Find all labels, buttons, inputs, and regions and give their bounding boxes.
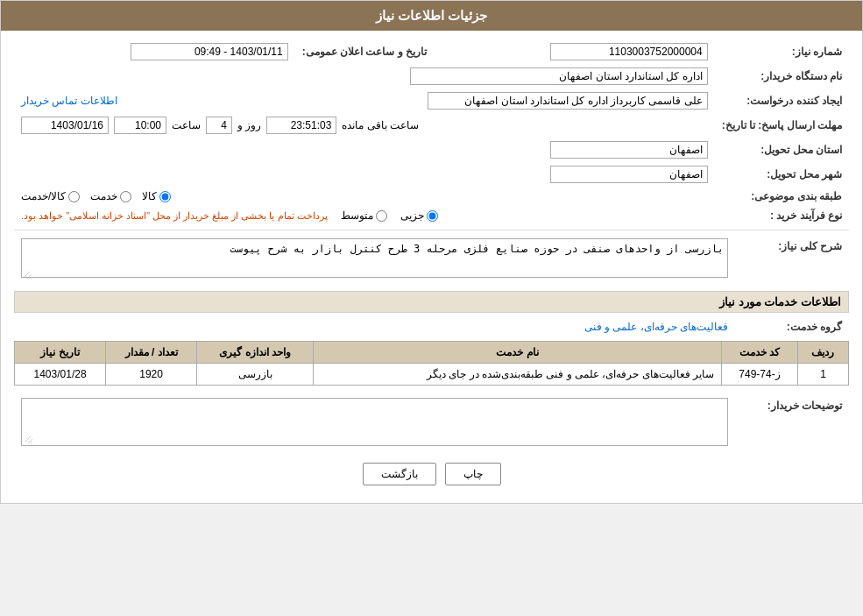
remaining-input[interactable] <box>266 117 336 134</box>
page-header: جزئیات اطلاعات نیاز <box>1 1 862 31</box>
category-kala-khadamat-radio[interactable] <box>68 191 80 202</box>
purchase-note: پرداخت تمام یا بخشی از مبلغ خریدار از مح… <box>21 210 328 222</box>
buyer-notes-label: توضیحات خریدار: <box>735 394 849 450</box>
col-row-num: ردیف <box>797 342 848 364</box>
page-title: جزئیات اطلاعات نیاز <box>376 8 487 23</box>
services-table-head: ردیف کد خدمت نام خدمت واحد اندازه گیری ت… <box>15 342 849 364</box>
services-table-body: 1 ز-74-749 سایر فعالیت‌های حرفه‌ای، علمی… <box>15 364 849 386</box>
services-section-title: اطلاعات خدمات مورد نیاز <box>14 291 849 313</box>
print-button[interactable]: چاپ <box>445 463 501 485</box>
cell-row-num: 1 <box>797 364 848 386</box>
row-need-desc: شرح کلی نیاز: بازرسی از واحدهای صنفی در … <box>14 235 849 284</box>
time-input[interactable] <box>114 117 166 134</box>
purchase-mutavasset-radio[interactable] <box>376 210 387 222</box>
divider-1 <box>14 230 849 230</box>
need-desc-label: شرح کلی نیاز: <box>735 235 849 284</box>
col-unit: واحد اندازه گیری <box>197 342 314 364</box>
category-khadamat-label: خدمت <box>90 190 117 202</box>
page-wrapper: جزئیات اطلاعات نیاز شماره نیاز: تاریخ و … <box>0 0 863 504</box>
cell-service-code: ز-74-749 <box>722 364 798 386</box>
service-group-link[interactable]: فعالیت‌های حرفه‌ای، علمی و فنی <box>584 321 728 333</box>
row-need-number: شماره نیاز: تاریخ و ساعت اعلان عمومی: <box>14 39 849 64</box>
col-service-code: کد خدمت <box>722 342 798 364</box>
buyer-org-input[interactable] <box>410 67 708 85</box>
services-table: ردیف کد خدمت نام خدمت واحد اندازه گیری ت… <box>14 341 849 386</box>
category-label: طبقه بندی موضوعی: <box>715 187 849 206</box>
creator-input[interactable] <box>428 92 708 110</box>
province-input[interactable] <box>550 141 708 159</box>
city-label: شهر محل تحویل: <box>715 162 849 187</box>
purchase-jozei-label: جزیی <box>400 209 424 222</box>
row-creator: ایجاد کننده درخواست: اطلاعات تماس خریدار <box>14 89 849 113</box>
info-table: شماره نیاز: تاریخ و ساعت اعلان عمومی: نا… <box>14 39 849 225</box>
cell-unit: بازرسی <box>197 364 314 386</box>
remaining-label: ساعت باقی مانده <box>342 119 419 131</box>
city-input[interactable] <box>550 166 708 183</box>
need-desc-table: شرح کلی نیاز: بازرسی از واحدهای صنفی در … <box>14 235 849 284</box>
province-label: استان محل تحویل: <box>715 138 849 162</box>
cell-service-name: سایر فعالیت‌های حرفه‌ای، علمی و فنی طبقه… <box>314 364 722 386</box>
services-header-row: ردیف کد خدمت نام خدمت واحد اندازه گیری ت… <box>15 342 849 364</box>
row-buyer-org: نام دستگاه خریدار: <box>14 64 849 89</box>
col-quantity: تعداد / مقدار <box>106 342 197 364</box>
row-purchase-type: نوع فرآیند خرید : پرداخت تمام یا بخشی از… <box>14 206 849 225</box>
col-date: تاریخ نیاز <box>15 342 106 364</box>
days-input[interactable] <box>206 117 232 134</box>
deadline-label: مهلت ارسال پاسخ: تا تاریخ: <box>715 113 849 138</box>
announce-date-label: تاریخ و ساعت اعلان عمومی: <box>295 39 434 64</box>
cell-quantity: 1920 <box>106 364 197 386</box>
row-province: استان محل تحویل: <box>14 138 849 162</box>
purchase-type-label: نوع فرآیند خرید : <box>715 206 849 225</box>
row-service-group: گروه خدمت: فعالیت‌های حرفه‌ای، علمی و فن… <box>14 317 849 336</box>
purchase-mutavasset-label: متوسط <box>341 209 373 222</box>
cell-date: 1403/01/28 <box>15 364 106 386</box>
table-row: 1 ز-74-749 سایر فعالیت‌های حرفه‌ای، علمی… <box>15 364 849 386</box>
row-deadline: مهلت ارسال پاسخ: تا تاریخ: ساعت باقی مان… <box>14 113 849 138</box>
need-desc-wrapper: بازرسی از واحدهای صنفی در حوزه صنایع فلز… <box>21 238 728 280</box>
content-area: شماره نیاز: تاریخ و ساعت اعلان عمومی: نا… <box>1 31 862 503</box>
deadline-date-input[interactable] <box>21 117 109 134</box>
button-row: چاپ بازگشت <box>14 463 849 485</box>
time-label: ساعت <box>172 119 201 131</box>
day-label: روز و <box>237 119 261 131</box>
purchase-mutavasset-option[interactable]: متوسط <box>341 209 387 222</box>
buyer-org-label: نام دستگاه خریدار: <box>715 64 849 89</box>
category-khadamat-option[interactable]: خدمت <box>90 190 131 202</box>
need-number-input[interactable] <box>550 43 708 60</box>
row-buyer-notes: توضیحات خریدار: <box>14 394 849 450</box>
creator-label: ایجاد کننده درخواست: <box>715 89 849 113</box>
row-category: طبقه بندی موضوعی: کالا/خدمت خدمت کالا <box>14 187 849 206</box>
category-kala-khadamat-label: کالا/خدمت <box>21 190 66 202</box>
purchase-jozei-option[interactable]: جزیی <box>400 209 438 222</box>
resize-handle-icon <box>23 270 32 279</box>
service-group-label: گروه خدمت: <box>735 317 849 336</box>
category-kala-khadamat-option[interactable]: کالا/خدمت <box>21 190 80 202</box>
buyer-notes-wrapper <box>21 398 728 446</box>
announce-date-input[interactable] <box>131 43 288 60</box>
purchase-jozei-radio[interactable] <box>427 210 438 222</box>
back-button[interactable]: بازگشت <box>363 463 436 485</box>
buyer-notes-resize-icon <box>24 435 32 443</box>
col-service-name: نام خدمت <box>314 342 722 364</box>
category-kala-radio[interactable] <box>159 191 171 202</box>
buyer-notes-table: توضیحات خریدار: <box>14 394 849 450</box>
category-kala-option[interactable]: کالا <box>142 190 171 202</box>
need-number-label: شماره نیاز: <box>715 39 849 64</box>
category-khadamat-radio[interactable] <box>120 191 131 202</box>
need-desc-textarea[interactable]: بازرسی از واحدهای صنفی در حوزه صنایع فلز… <box>21 238 728 278</box>
category-kala-label: کالا <box>142 190 157 202</box>
contact-link[interactable]: اطلاعات تماس خریدار <box>21 95 117 107</box>
row-city: شهر محل تحویل: <box>14 162 849 187</box>
service-group-table: گروه خدمت: فعالیت‌های حرفه‌ای، علمی و فن… <box>14 317 849 336</box>
